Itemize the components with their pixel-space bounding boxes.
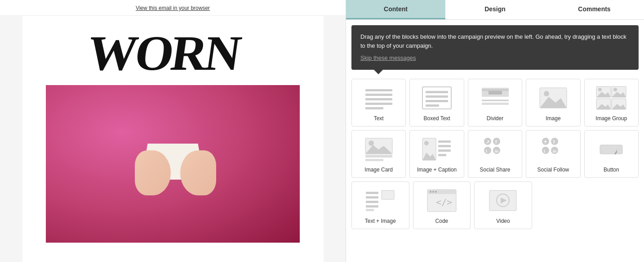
block-button[interactable]: Button	[584, 130, 639, 178]
svg-point-36	[424, 141, 429, 145]
block-code[interactable]: </> Code	[413, 181, 471, 229]
block-social-share-label: Social Share	[480, 167, 510, 173]
svg-text:in: in	[495, 149, 498, 154]
svg-rect-62	[366, 205, 378, 208]
view-browser-link[interactable]: View this email in your browser	[136, 5, 210, 11]
block-image-card[interactable]: Image Card	[351, 130, 406, 178]
block-image-caption-label: Image + Caption	[417, 167, 457, 173]
logo-area: WORN	[88, 16, 258, 85]
tab-design[interactable]: Design	[445, 0, 545, 19]
svg-point-67	[430, 191, 431, 193]
info-box-arrow	[374, 70, 383, 74]
block-divider[interactable]: Divider	[468, 79, 522, 126]
email-content: WORN	[22, 16, 324, 262]
block-image-group[interactable]: Image Group	[584, 79, 639, 126]
svg-point-53	[542, 147, 549, 154]
svg-rect-1	[365, 89, 392, 91]
block-social-share[interactable]: ↗ f t in Social Share	[468, 130, 522, 178]
tab-comments[interactable]: Comments	[545, 0, 644, 19]
spacer-2	[589, 181, 639, 229]
block-image[interactable]: Image	[526, 79, 580, 126]
block-image-caption[interactable]: Image + Caption	[409, 130, 464, 178]
svg-rect-5	[365, 107, 383, 109]
block-social-follow-label: Social Follow	[537, 167, 569, 173]
spacer-1	[536, 181, 586, 229]
code-icon: </>	[424, 187, 460, 214]
svg-text:</>: </>	[436, 197, 452, 208]
svg-text:WORN: WORN	[88, 25, 244, 79]
browser-bar: View this email in your browser	[0, 0, 346, 16]
svg-rect-2	[365, 94, 392, 96]
svg-point-31	[369, 140, 374, 146]
svg-rect-32	[365, 155, 392, 158]
block-image-label: Image	[546, 115, 560, 122]
svg-text:+: +	[544, 139, 547, 145]
svg-text:t: t	[486, 149, 487, 154]
block-code-label: Code	[435, 218, 449, 224]
brand-logo: WORN	[88, 25, 258, 79]
block-divider-label: Divider	[487, 115, 503, 122]
button-icon	[593, 136, 629, 163]
blocks-row-1: Text Boxed Text	[351, 79, 639, 126]
video-icon	[485, 187, 521, 214]
block-button-label: Button	[604, 167, 619, 173]
block-boxed-text[interactable]: Boxed Text	[409, 79, 464, 126]
svg-rect-38	[438, 145, 451, 147]
svg-point-21	[598, 88, 602, 91]
block-text-image[interactable]: Text + Image	[351, 181, 409, 229]
svg-rect-9	[426, 100, 448, 102]
svg-rect-39	[438, 149, 451, 152]
image-caption-icon	[419, 136, 455, 163]
image-group-icon	[593, 85, 629, 112]
svg-rect-8	[426, 95, 448, 98]
email-preview-panel: View this email in your browser WORN	[0, 0, 346, 262]
svg-rect-12	[482, 89, 509, 91]
block-social-follow[interactable]: + f t in Social Follow	[526, 130, 580, 178]
svg-rect-4	[365, 103, 392, 105]
svg-point-18	[544, 91, 549, 96]
svg-rect-37	[438, 140, 451, 143]
svg-text:in: in	[553, 149, 556, 154]
text-image-icon	[362, 187, 398, 214]
tabs-header: Content Design Comments	[346, 0, 644, 20]
svg-rect-40	[438, 154, 446, 156]
svg-rect-66	[427, 190, 456, 194]
svg-rect-13	[489, 91, 502, 95]
image-card-icon	[361, 136, 397, 163]
svg-point-45	[484, 147, 491, 154]
svg-rect-33	[365, 159, 383, 161]
svg-rect-10	[426, 104, 439, 107]
block-text-image-label: Text + Image	[365, 218, 396, 224]
block-video[interactable]: Video	[474, 181, 532, 229]
svg-point-68	[432, 191, 434, 193]
svg-rect-63	[366, 209, 374, 211]
block-boxed-text-label: Boxed Text	[424, 115, 450, 122]
info-box-message: Drag any of the blocks below into the ca…	[360, 33, 626, 49]
block-text[interactable]: Text	[351, 79, 406, 126]
svg-rect-61	[366, 201, 378, 203]
svg-rect-57	[600, 145, 622, 154]
image-icon	[535, 85, 571, 112]
svg-text:↗: ↗	[486, 140, 489, 145]
boxed-text-icon	[419, 85, 455, 112]
skip-messages-link[interactable]: Skip these messages	[360, 54, 630, 63]
social-follow-icon: + f t in	[535, 136, 571, 163]
blocks-row-3: Text + Image </> Code	[351, 181, 639, 229]
svg-point-24	[613, 88, 617, 91]
svg-point-69	[435, 191, 437, 193]
svg-rect-3	[365, 98, 392, 100]
hero-image	[46, 85, 300, 243]
blocks-container: Text Boxed Text	[346, 75, 644, 262]
social-share-icon: ↗ f t in	[477, 136, 513, 163]
svg-text:t: t	[544, 149, 545, 154]
svg-rect-59	[366, 192, 378, 194]
tab-content[interactable]: Content	[346, 0, 445, 19]
divider-icon	[477, 85, 513, 112]
svg-rect-7	[426, 91, 448, 93]
text-lines-icon	[361, 85, 397, 112]
svg-rect-64	[382, 190, 394, 199]
block-image-group-label: Image Group	[595, 115, 627, 122]
block-video-label: Video	[496, 218, 510, 224]
svg-rect-15	[482, 103, 509, 105]
info-box: Drag any of the blocks below into the ca…	[351, 25, 639, 70]
